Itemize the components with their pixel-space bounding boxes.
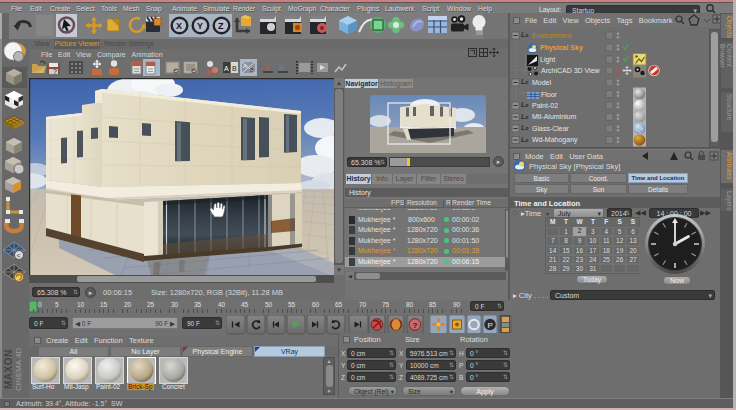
svg-text:P: P [488,320,493,329]
svg-text:30: 30 [171,301,179,308]
svg-text:20: 20 [124,301,132,308]
svg-text:B: B [279,63,285,72]
svg-text:70: 70 [359,301,367,308]
svg-text:10: 10 [77,301,85,308]
svg-text:80: 80 [406,301,414,308]
svg-text:A: A [224,65,229,72]
svg-text:45: 45 [241,301,249,308]
svg-text:25: 25 [147,301,155,308]
svg-text:90: 90 [453,301,461,308]
svg-text:<: < [17,252,21,259]
svg-text:?: ? [53,68,57,75]
svg-text:A: A [264,63,270,72]
svg-text:85: 85 [429,301,437,308]
svg-text:50: 50 [265,301,273,308]
svg-text:Y: Y [197,21,203,31]
svg-text:35: 35 [194,301,202,308]
svg-text:55: 55 [288,301,296,308]
svg-text:B: B [232,65,237,72]
svg-text:40: 40 [218,301,226,308]
svg-text:A: A [243,63,247,69]
svg-text:B: B [250,67,254,73]
svg-text:5: 5 [55,301,59,308]
svg-text:65: 65 [335,301,343,308]
svg-text:0: 0 [38,301,42,308]
svg-text:60: 60 [312,301,320,308]
svg-text:Z: Z [218,21,224,31]
svg-text:75: 75 [382,301,390,308]
svg-text:X: X [176,21,182,31]
svg-text:15: 15 [100,301,108,308]
svg-text:?: ? [413,320,418,329]
